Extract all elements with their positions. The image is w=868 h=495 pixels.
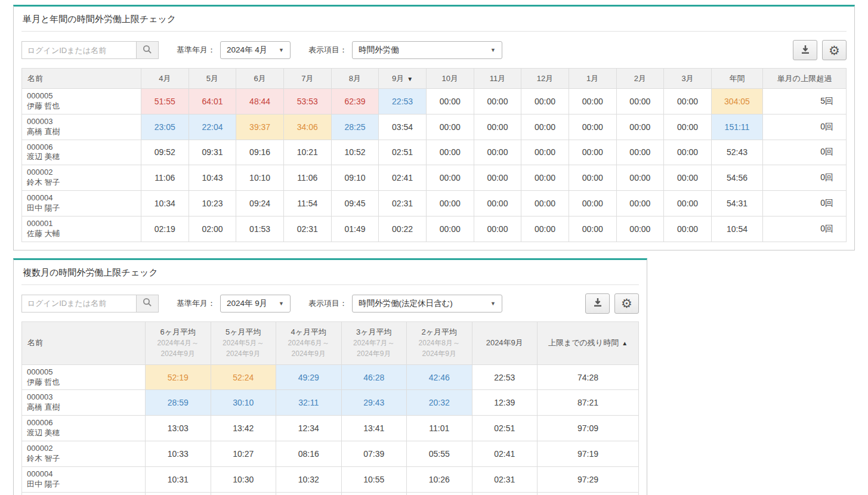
average-value-cell: 01:43	[211, 492, 276, 495]
average-value-cell: 13:41	[341, 416, 407, 441]
employee-id: 000006	[27, 143, 136, 153]
average-value-cell: 74:28	[538, 364, 639, 390]
annual-value-cell: 54:56	[712, 165, 763, 191]
single-annual-table: 名前4月5月6月7月8月9月▼10月11月12月1月2月3月年間単月の上限超過0…	[21, 68, 847, 242]
column-header-average[interactable]: 2ヶ月平均2024年8月～2024年9月	[407, 321, 472, 364]
average-value-cell: 12:34	[276, 416, 342, 441]
filter-bar: 基準年月： 2024年 9月 ▼ 表示項目： 時間外労働(法定休日含む) ▼ ⚙	[21, 285, 639, 321]
column-header-remaining[interactable]: 上限までの残り時間▲	[538, 321, 639, 364]
average-value-cell: 10:33	[146, 441, 211, 467]
table-row: 000004田中 陽子10:3110:3010:3210:5510:2602:3…	[22, 466, 639, 492]
employee-name: 伊藤 哲也	[27, 378, 140, 388]
column-header-annual[interactable]: 年間	[712, 69, 763, 89]
column-header-average[interactable]: 6ヶ月平均2024年4月～2024年9月	[146, 321, 211, 364]
chevron-down-icon: ▼	[279, 47, 284, 53]
search-icon	[143, 298, 152, 309]
month-value-cell: 02:00	[189, 216, 236, 242]
base-month-select[interactable]: 2024年 4月 ▼	[220, 41, 291, 59]
annual-value-cell: 151:11	[712, 114, 763, 140]
employee-id: 000005	[27, 367, 140, 378]
employee-name: 鈴木 智子	[27, 178, 136, 188]
column-header-average[interactable]: 2024年9月	[472, 321, 538, 364]
average-value-cell: 10:27	[211, 441, 276, 467]
column-header-label: 5ヶ月平均	[211, 327, 276, 338]
table-row: 000005伊藤 哲也52:1952:2449:2946:2842:4622:5…	[22, 364, 639, 390]
column-header-month[interactable]: 5月	[189, 69, 236, 89]
employee-id: 000003	[27, 117, 136, 127]
column-header-month[interactable]: 9月▼	[379, 69, 427, 89]
table-row: 000002鈴木 智子11:0610:4310:1011:0609:1002:4…	[22, 165, 847, 191]
month-value-cell: 09:31	[189, 140, 236, 165]
average-value-cell: 13:03	[146, 416, 211, 441]
sort-arrow-icon: ▲	[622, 340, 628, 346]
search-input[interactable]	[21, 295, 136, 313]
column-header-month[interactable]: 10月	[426, 69, 474, 89]
month-value-cell: 00:00	[474, 191, 521, 216]
column-header-label: 6ヶ月平均	[146, 327, 211, 338]
download-button[interactable]	[793, 40, 817, 60]
settings-button[interactable]: ⚙	[822, 40, 847, 60]
average-value-cell: 08:16	[276, 441, 342, 467]
average-value-cell: 20:32	[407, 390, 472, 416]
column-header-month[interactable]: 8月	[331, 69, 379, 89]
settings-button[interactable]: ⚙	[614, 293, 639, 314]
download-button[interactable]	[585, 293, 610, 314]
search-button[interactable]	[136, 41, 159, 59]
employee-id: 000003	[27, 392, 140, 403]
month-value-cell: 00:00	[664, 114, 712, 140]
column-header-average[interactable]: 3ヶ月平均2024年7月～2024年9月	[341, 321, 407, 364]
month-value-cell: 11:06	[141, 165, 189, 191]
column-header-range-end: 2024年9月	[342, 349, 407, 359]
display-item-value: 時間外労働	[359, 45, 399, 55]
annual-value-cell: 54:31	[712, 191, 763, 216]
column-header-average[interactable]: 4ヶ月平均2024年6月～2024年9月	[276, 321, 342, 364]
download-icon	[800, 44, 811, 57]
gear-icon: ⚙	[829, 44, 840, 57]
month-value-cell: 00:00	[474, 89, 521, 115]
month-value-cell: 00:00	[664, 216, 712, 242]
column-header-label: 4ヶ月平均	[276, 327, 341, 338]
month-value-cell: 00:00	[521, 140, 569, 165]
column-header-month[interactable]: 6月	[236, 69, 284, 89]
excess-count-cell: 0回	[763, 191, 847, 216]
column-header-month[interactable]: 2月	[616, 69, 664, 89]
month-value-cell: 11:54	[283, 191, 331, 216]
panel-title: 複数月の時間外労働上限チェック	[21, 260, 639, 284]
average-value-cell: 10:31	[146, 466, 211, 492]
base-month-select[interactable]: 2024年 9月 ▼	[220, 295, 291, 313]
column-header-month[interactable]: 4月	[141, 69, 189, 89]
average-value-cell: 87:21	[538, 390, 639, 416]
month-value-cell: 00:00	[426, 165, 474, 191]
employee-name: 田中 陽子	[27, 479, 140, 490]
month-value-cell: 00:00	[616, 140, 664, 165]
display-item-select[interactable]: 時間外労働 ▼	[352, 41, 502, 59]
excess-count-cell: 0回	[763, 216, 847, 242]
month-value-cell: 00:00	[474, 140, 521, 165]
month-value-cell: 00:00	[569, 165, 616, 191]
employee-name-cell: 000001佐藤 大輔	[22, 216, 141, 242]
panel-title: 単月と年間の時間外労働上限チェック	[21, 7, 847, 31]
month-value-cell: 00:00	[474, 165, 521, 191]
table-row: 000003高橋 直樹28:5930:1032:1129:4320:3212:3…	[22, 390, 639, 416]
average-value-cell: 07:39	[341, 441, 407, 467]
month-value-cell: 00:00	[664, 140, 712, 165]
column-header-excess[interactable]: 単月の上限超過	[763, 69, 847, 89]
column-header-average[interactable]: 5ヶ月平均2024年5月～2024年9月	[211, 321, 276, 364]
average-value-cell: 49:29	[276, 364, 342, 390]
employee-id: 000005	[27, 91, 136, 101]
column-header-month[interactable]: 3月	[664, 69, 712, 89]
filter-bar: 基準年月： 2024年 4月 ▼ 表示項目： 時間外労働 ▼ ⚙	[21, 32, 847, 68]
employee-name-cell: 000002鈴木 智子	[22, 165, 141, 191]
month-value-cell: 11:06	[283, 165, 331, 191]
month-value-cell: 00:00	[521, 216, 569, 242]
column-header-month[interactable]: 1月	[569, 69, 616, 89]
column-header-month[interactable]: 11月	[474, 69, 521, 89]
display-item-select[interactable]: 時間外労働(法定休日含む) ▼	[352, 295, 502, 313]
column-header-month[interactable]: 7月	[283, 69, 331, 89]
column-header-month[interactable]: 12月	[521, 69, 569, 89]
search-button[interactable]	[136, 295, 159, 313]
base-month-label: 基準年月：	[177, 298, 215, 309]
month-value-cell: 00:00	[616, 216, 664, 242]
search-input[interactable]	[21, 41, 136, 59]
employee-name-cell: 000002鈴木 智子	[22, 441, 146, 467]
